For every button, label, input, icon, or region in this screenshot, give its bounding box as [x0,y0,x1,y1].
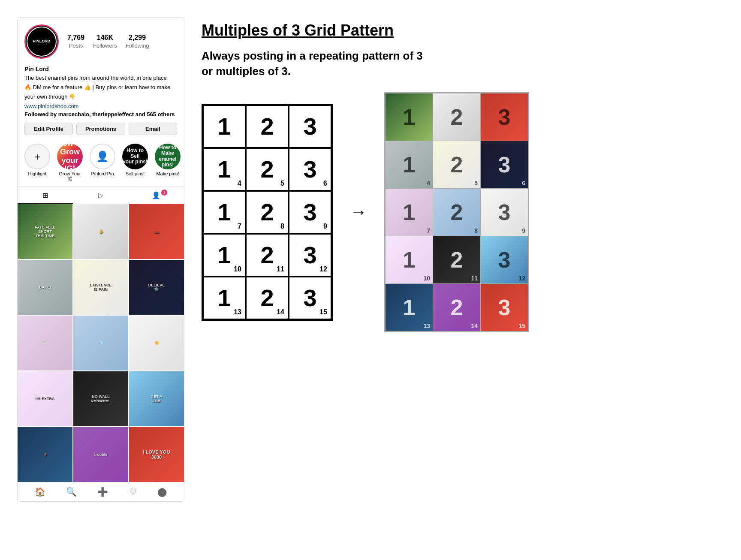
img-cell-small-number: 7 [427,227,430,234]
cell-8-label: 💎 [99,341,103,345]
grid-cell-11[interactable]: NO WALLNARWHAL [73,371,128,426]
image-grid-cell: 110 [386,236,433,283]
arrow-indicator: → [350,202,367,222]
img-cell-small-number: 11 [471,275,478,282]
grid-cell-12[interactable]: GET AJOB [129,371,184,426]
img-cell-small-number: 10 [423,275,430,282]
sell-icon: How toSellyour pins! [123,148,148,165]
email-button[interactable]: Email [129,123,177,135]
search-nav-icon[interactable]: 🔍 [66,487,77,497]
highlight-label-2: Pinlord Pin [91,171,114,176]
img-cell-small-number: 9 [522,227,525,234]
cell-7-label: 🐩 [43,341,48,345]
reels-icon: ▷ [98,192,103,199]
grid-cell-3[interactable]: 🏍️ [129,204,184,259]
photo-grid: FATE FELLSHORTTHIS TIME ✋ 🏍️ BAKE! EXIST… [18,204,184,482]
action-buttons: Edit Profile Promotions Email [18,123,184,140]
highlight-item-make-pins[interactable]: How toMakeenamel pins! Make pins! [155,144,181,181]
grid-cell-10[interactable]: I'M EXTRA [18,371,72,426]
img-cell-large-number: 1 [403,201,416,223]
heart-nav-icon[interactable]: ♡ [129,487,137,497]
followers-count: 146K [93,34,117,42]
cell-large-number: 2 [260,200,274,224]
cell-large-number: 3 [303,157,316,181]
tab-grid[interactable]: ⊞ [18,187,73,204]
profile-nav-icon[interactable]: ⬤ [157,487,167,497]
cell-large-number: 3 [303,243,316,267]
image-grid-cell: 214 [433,284,480,331]
img-cell-large-number: 2 [451,201,463,223]
highlight-circle-grow: How toGrowyour IG! [57,144,83,169]
profile-username: Pin Lord [24,66,177,72]
highlight-item-sell-pins[interactable]: How toSellyour pins! Sell pins! [122,144,148,181]
grid-cell-8[interactable]: 💎 [73,316,128,370]
highlight-item-add[interactable]: ＋ Highlight [24,144,50,181]
tab-tagged[interactable]: 👤 3 [129,187,184,204]
page-description: Always posting in a repeating pattern of… [202,48,459,79]
highlight-item-pinlord-pin[interactable]: 👤 Pinlord Pin [90,144,115,181]
grid-icon: ⊞ [42,192,48,199]
img-cell-large-number: 3 [498,201,511,223]
grid-cell-9[interactable]: ✊ [129,316,184,370]
cell-14-label: trouble [93,452,108,458]
add-nav-icon[interactable]: ➕ [97,487,108,497]
grid-cell-14[interactable]: trouble [73,427,128,482]
cell-10-label: I'M EXTRA [35,397,54,401]
img-cell-large-number: 1 [403,154,416,176]
cell-small-number: 14 [277,308,284,316]
content-area: Multiples of 3 Grid Pattern Always posti… [197,17,724,337]
cell-large-number: 1 [217,114,231,138]
desc-line1: Always posting in a repeating pattern of… [202,49,423,62]
cell-13-label: 🦸 [42,452,48,458]
cell-large-number: 1 [217,200,231,224]
grid-cell-2[interactable]: ✋ [73,204,128,259]
grid-cell-15[interactable]: I LOVE YOU3000 [129,427,184,482]
grid-cell-13[interactable]: 🦸 [18,427,72,482]
make-icon: How toMakeenamel pins! [155,145,181,168]
followed-by-count: and 565 others [136,111,175,117]
cell-small-number: 9 [323,223,327,230]
image-grid-cell: 3 [481,93,528,141]
home-nav-icon[interactable]: 🏠 [35,487,45,497]
number-grid-cell: 17 [203,191,246,234]
avatar-inner: PINLORD [27,27,57,57]
cell-small-number: 13 [234,308,241,316]
image-grid-cell: 39 [481,189,528,236]
followed-by-users: marcechaio, therieppeleffect [58,111,134,117]
cell-large-number: 1 [217,243,231,267]
following-count: 2,299 [126,34,149,42]
grid-cell-4[interactable]: BAKE! [18,260,72,315]
grid-cell-6[interactable]: BELIEVE🛸 [129,260,184,315]
promotions-button[interactable]: Promotions [76,123,125,135]
cell-large-number: 2 [260,157,274,181]
desc-line2: or multiples of 3. [202,65,291,78]
cell-small-number: 8 [280,223,284,230]
profile-website[interactable]: www.pinlordshop.com [24,103,177,109]
grid-cell-7[interactable]: 🐩 [18,316,72,370]
tab-reels[interactable]: ▷ [73,187,128,204]
edit-profile-button[interactable]: Edit Profile [24,123,73,135]
grow-ig-icon: How toGrowyour IG! [57,140,83,174]
highlight-circle-make: How toMakeenamel pins! [155,144,181,169]
img-cell-small-number: 8 [474,227,478,234]
image-grid-cell: 315 [481,284,528,331]
img-cell-small-number: 5 [474,180,478,187]
number-grid-cell: 113 [203,277,246,319]
bottom-nav: 🏠 🔍 ➕ ♡ ⬤ [18,482,184,501]
highlight-item-grow-your-ig[interactable]: How toGrowyour IG! Grow Your IG [57,144,83,181]
number-grid-cell: 39 [289,191,331,234]
avatar-text: PINLORD [33,39,51,44]
image-grid-cell: 14 [386,141,433,188]
image-grid-cell: 1 [386,93,433,141]
profile-stats: 7,769 Posts 146K Followers 2,299 Followi… [67,34,149,49]
arrow-symbol: → [350,202,367,222]
image-grid-cell: 28 [433,189,480,236]
grid-cell-5[interactable]: EXISTENCEIS PAIN [73,260,128,315]
image-grid: 123142536172839110211312113214315 [384,92,529,332]
img-cell-large-number: 3 [498,296,511,319]
grid-cell-1[interactable]: FATE FELLSHORTTHIS TIME [18,204,72,259]
cell-6-label: BELIEVE🛸 [148,282,166,292]
number-grid-cell: 28 [246,191,289,234]
cell-small-number: 5 [280,180,284,187]
number-grid-cell: 110 [203,234,246,277]
